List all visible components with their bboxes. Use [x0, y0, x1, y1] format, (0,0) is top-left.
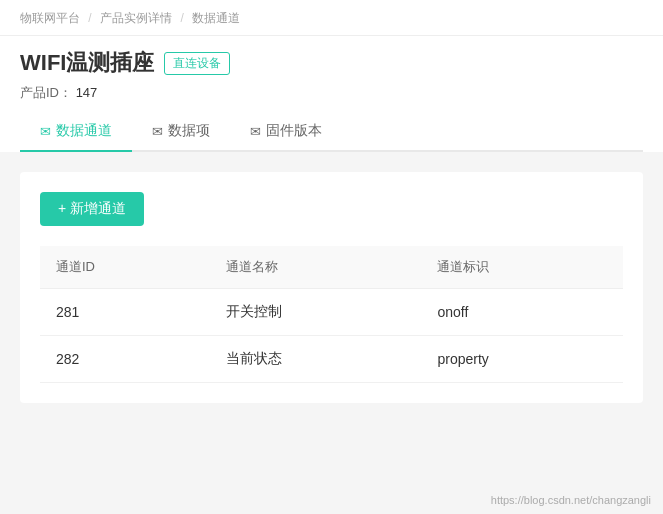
row-0-name: 开关控制 [210, 289, 421, 336]
breadcrumb-item-2[interactable]: 产品实例详情 [100, 11, 172, 25]
tabs-bar: ✉ 数据通道 ✉ 数据项 ✉ 固件版本 [20, 112, 643, 152]
tab-icon-data-channel: ✉ [40, 124, 51, 139]
tab-icon-data-item: ✉ [152, 124, 163, 139]
col-header-identifier: 通道标识 [421, 246, 623, 289]
tab-label-data-item: 数据项 [168, 122, 210, 140]
page-title: WIFI温测插座 [20, 48, 154, 78]
page-wrapper: 物联网平台 / 产品实例详情 / 数据通道 WIFI温测插座 直连设备 产品ID… [0, 0, 663, 514]
product-id-row: 产品ID： 147 [20, 84, 643, 102]
product-id-label: 产品ID： [20, 85, 72, 100]
row-1-id[interactable]: 282 [40, 336, 210, 383]
tab-icon-firmware: ✉ [250, 124, 261, 139]
table-row: 282当前状态property [40, 336, 623, 383]
table-header-row: 通道ID 通道名称 通道标识 [40, 246, 623, 289]
breadcrumb: 物联网平台 / 产品实例详情 / 数据通道 [0, 0, 663, 36]
row-1-name: 当前状态 [210, 336, 421, 383]
col-header-id: 通道ID [40, 246, 210, 289]
sep-1: / [88, 11, 91, 25]
add-channel-button[interactable]: + 新增通道 [40, 192, 144, 226]
row-1-identifier[interactable]: property [421, 336, 623, 383]
table-row: 281开关控制onoff [40, 289, 623, 336]
tab-label-firmware: 固件版本 [266, 122, 322, 140]
col-header-name: 通道名称 [210, 246, 421, 289]
breadcrumb-item-1[interactable]: 物联网平台 [20, 11, 80, 25]
tab-data-channel[interactable]: ✉ 数据通道 [20, 112, 132, 152]
breadcrumb-item-3[interactable]: 数据通道 [192, 11, 240, 25]
tab-label-data-channel: 数据通道 [56, 122, 112, 140]
sep-2: / [180, 11, 183, 25]
connect-device-button[interactable]: 直连设备 [164, 52, 230, 75]
header-area: WIFI温测插座 直连设备 产品ID： 147 ✉ 数据通道 ✉ 数据项 ✉ 固… [0, 36, 663, 152]
row-0-identifier[interactable]: onoff [421, 289, 623, 336]
content-card: + 新增通道 通道ID 通道名称 通道标识 281开关控制onoff282当前状… [20, 172, 643, 403]
watermark: https://blog.csdn.net/changzangli [491, 494, 651, 506]
title-row: WIFI温测插座 直连设备 [20, 48, 643, 78]
tab-data-item[interactable]: ✉ 数据项 [132, 112, 230, 152]
channel-table: 通道ID 通道名称 通道标识 281开关控制onoff282当前状态proper… [40, 246, 623, 383]
row-0-id[interactable]: 281 [40, 289, 210, 336]
main-content: + 新增通道 通道ID 通道名称 通道标识 281开关控制onoff282当前状… [0, 152, 663, 514]
product-id-value: 147 [76, 85, 98, 100]
tab-firmware[interactable]: ✉ 固件版本 [230, 112, 342, 152]
